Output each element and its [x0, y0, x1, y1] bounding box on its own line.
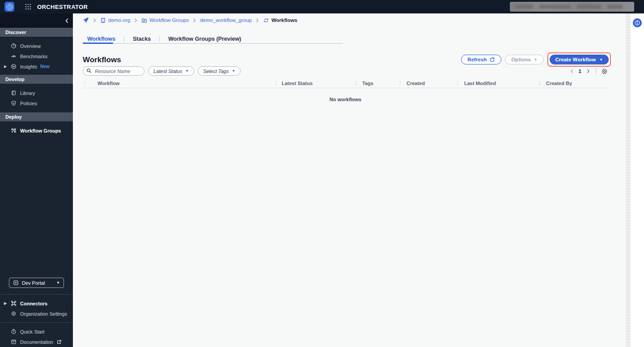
sidebar-item-insights[interactable]: ▶ Insights New	[0, 61, 73, 72]
vertical-scrollbar[interactable]	[626, 13, 631, 347]
next-page-button[interactable]	[585, 69, 591, 74]
page-title: Workflows	[83, 56, 121, 64]
previous-page-button[interactable]	[569, 69, 575, 74]
tab-bar: Workflows Stacks Workflow Groups (Previe…	[83, 34, 250, 43]
new-badge: New	[40, 64, 50, 69]
table-settings-gear-icon[interactable]	[601, 68, 608, 75]
column-header-latest-status[interactable]: Latest Status	[282, 81, 313, 86]
help-rail	[631, 13, 644, 347]
gauge-icon	[11, 53, 17, 59]
breadcrumb-separator-icon	[255, 18, 260, 23]
current-page-number: 1	[579, 69, 581, 74]
breadcrumb-home[interactable]	[83, 17, 89, 23]
toolbar: Refresh Options ▼ Create Workflow ▼	[461, 52, 611, 67]
breadcrumb-link: demo-org	[108, 17, 130, 23]
breadcrumb-current-label: Workflows	[271, 17, 297, 23]
search-icon	[86, 68, 92, 73]
sidebar-item-library[interactable]: Library	[0, 88, 73, 98]
info-icon	[634, 20, 640, 26]
workflow-nodes-icon	[11, 128, 17, 133]
develop-items: Library Policies	[0, 84, 73, 108]
column-header-last-modified[interactable]: Last Modified	[464, 81, 496, 86]
create-workflow-label: Create Workflow	[555, 57, 596, 62]
app-logo-icon[interactable]	[4, 2, 14, 12]
sidebar-top-strip	[0, 13, 73, 28]
options-button[interactable]: Options ▼	[505, 55, 543, 64]
tab-workflows[interactable]: Workflows	[83, 36, 124, 42]
redacted-account-area	[510, 2, 634, 12]
column-header-created-by[interactable]: Created By	[546, 81, 572, 86]
column-divider	[400, 81, 400, 86]
expand-caret-icon[interactable]: ▶	[4, 64, 7, 69]
create-workflow-button[interactable]: Create Workflow ▼	[550, 55, 609, 64]
building-icon	[100, 17, 106, 23]
sidebar-item-label: Documentation	[20, 339, 53, 345]
sidebar-item-benchmarks[interactable]: Benchmarks	[0, 51, 73, 61]
top-bar: ORCHESTRATOR	[0, 0, 644, 13]
sidebar-item-quick-start[interactable]: Quick Start	[0, 326, 73, 337]
folder-icon	[141, 17, 147, 23]
search-input[interactable]	[83, 66, 144, 76]
tab-workflow-groups-preview[interactable]: Workflow Groups (Preview)	[160, 36, 250, 42]
sidebar-item-connectors[interactable]: ▶ Connectors	[0, 298, 73, 308]
column-header-created[interactable]: Created	[407, 81, 425, 86]
empty-state-text: No workflows	[83, 97, 608, 102]
sidebar-item-label: Organization Settings	[20, 311, 67, 317]
breadcrumb-workflow-group[interactable]: demo_workflow_group	[200, 17, 252, 23]
breadcrumb-separator-icon	[192, 18, 197, 23]
rocket-icon	[83, 17, 89, 23]
sidebar: Discover Overview Benchmarks ▶ Insights	[0, 13, 73, 347]
tab-stacks[interactable]: Stacks	[124, 36, 159, 42]
column-header-tags[interactable]: Tags	[362, 81, 373, 86]
sidebar-footer-block: Quick Start Documentation	[0, 322, 73, 347]
select-tags-filter[interactable]: Select Tags ▼	[198, 66, 241, 76]
app-launcher-grid-icon[interactable]	[25, 4, 31, 10]
create-workflow-highlight: Create Workflow ▼	[547, 52, 611, 67]
sidebar-item-label: Overview	[20, 43, 41, 49]
breadcrumb-current: Workflows	[263, 17, 297, 23]
resource-name-search	[83, 66, 144, 76]
orchestrator-app: ORCHESTRATOR Discover Overview	[0, 0, 644, 347]
sidebar-item-workflow-groups[interactable]: Workflow Groups	[0, 125, 73, 136]
pagination: 1	[569, 68, 608, 75]
column-header-workflow[interactable]: Workflow	[97, 81, 119, 86]
latest-status-filter[interactable]: Latest Status ▼	[148, 66, 194, 76]
sidebar-item-policies[interactable]: Policies	[0, 98, 73, 108]
refresh-button[interactable]: Refresh	[461, 55, 501, 64]
breadcrumb-workflow-groups[interactable]: Workflow Groups	[141, 17, 189, 23]
sidebar-item-overview[interactable]: Overview	[0, 41, 73, 51]
chevron-down-icon: ▼	[534, 58, 538, 62]
filter-bar: Latest Status ▼ Select Tags ▼	[83, 66, 241, 76]
sidebar-item-label: Insights	[20, 64, 37, 69]
breadcrumb-separator-icon	[133, 18, 138, 23]
sidebar-item-label: Connectors	[20, 301, 47, 306]
discover-items: Overview Benchmarks ▶ Insights New	[0, 37, 73, 72]
expand-caret-icon[interactable]: ▶	[4, 301, 7, 305]
info-button[interactable]	[633, 18, 642, 27]
shield-check-icon	[11, 100, 17, 106]
sidebar-item-label: Benchmarks	[20, 54, 47, 59]
deploy-items: Workflow Groups	[0, 121, 73, 136]
breadcrumb-link: demo_workflow_group	[200, 17, 252, 23]
plus-square-icon	[13, 280, 19, 286]
dev-portal-dropdown[interactable]: Dev Portal ▼	[9, 278, 64, 288]
latest-status-label: Latest Status	[153, 69, 182, 74]
sidebar-item-documentation[interactable]: Documentation	[0, 337, 73, 347]
connectors-icon	[11, 300, 17, 306]
sidebar-utility-block: ▶ Connectors Organization Settings	[0, 294, 73, 322]
dev-portal-label: Dev Portal	[22, 280, 45, 286]
chevron-down-icon: ▼	[599, 58, 603, 62]
chevron-down-icon: ▼	[185, 69, 189, 73]
sidebar-section-develop: Develop	[0, 75, 73, 84]
sidebar-collapse-button[interactable]	[64, 18, 70, 24]
pie-chart-icon	[11, 43, 17, 49]
sidebar-item-label: Quick Start	[20, 329, 44, 334]
options-label: Options	[511, 57, 530, 62]
breadcrumb-separator-icon	[92, 18, 97, 23]
sidebar-item-organization-settings[interactable]: Organization Settings	[0, 308, 73, 319]
breadcrumb-link: Workflow Groups	[149, 17, 189, 23]
pulse-icon	[11, 64, 17, 69]
breadcrumb-org[interactable]: demo-org	[100, 17, 130, 23]
table-header-row: Workflow Latest Status Tags Created Last…	[83, 80, 608, 88]
refresh-icon	[489, 57, 495, 63]
